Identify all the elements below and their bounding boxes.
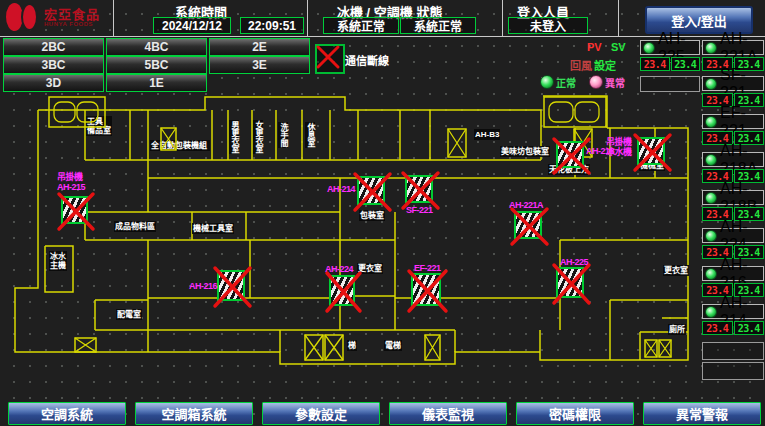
status-led-icon — [643, 42, 655, 54]
equipment-values: 23.423.4 — [702, 321, 764, 335]
bottom-nav-button-2[interactable]: 參數設定 — [262, 402, 380, 425]
marker-label-ah-215: 吊掛機 AH-215 — [57, 172, 85, 192]
pv-legend-label: PV — [587, 41, 602, 53]
setpoint-legend-right: 設定 — [594, 57, 616, 73]
offline-marker-ef-221[interactable] — [411, 273, 441, 306]
room-label: 女更衣室 — [253, 120, 263, 154]
floor-button-3e[interactable]: 3E — [209, 56, 310, 74]
sv-legend-label: SV — [611, 41, 626, 53]
red-x-icon — [553, 264, 591, 305]
equipment-item-ah-216[interactable]: AH-216 — [702, 266, 764, 281]
header-bottom-line — [0, 36, 765, 37]
header-divider — [502, 0, 503, 36]
floor-button-4bc[interactable]: 4BC — [106, 38, 207, 56]
room-label: 冰水 主機 — [49, 251, 67, 271]
equipment-item-ef-221[interactable]: EF-221 — [702, 114, 764, 129]
status-led-icon — [705, 116, 717, 128]
sv-value: 23.4 — [671, 57, 701, 71]
pv-value: 23.4 — [702, 321, 733, 335]
red-x-icon — [408, 270, 448, 313]
room-label: 梯 — [347, 340, 357, 351]
floor-button-1e[interactable]: 1E — [106, 74, 207, 92]
bottom-nav-button-4[interactable]: 密碼權限 — [516, 402, 634, 425]
elevator-icon — [424, 334, 441, 365]
equipment-item-ah-221a[interactable]: AH-221A — [702, 40, 764, 55]
marker-label-sf-221: SF-221 — [406, 205, 433, 215]
equipment-item-ah-214[interactable]: AH-214 — [702, 304, 764, 319]
equipment-values: 23.423.4 — [640, 57, 700, 71]
logo-text-en: HUNYA FOODS — [44, 21, 100, 27]
floor-button-2bc[interactable]: 2BC — [3, 38, 104, 56]
red-x-icon — [634, 134, 672, 172]
login-status: 未登入 — [508, 17, 588, 34]
equipment-item-ah-224[interactable]: AH-224 — [702, 228, 764, 243]
comm-loss-icon — [315, 44, 345, 74]
header-divider — [618, 0, 619, 36]
room-label: AH-B3 — [474, 129, 500, 140]
setpoint-legend-left: 回風 — [570, 57, 592, 73]
room-label: 電梯 — [384, 340, 402, 351]
offline-marker-ah-218[interactable] — [556, 141, 584, 168]
floor-button-3bc[interactable]: 3BC — [3, 56, 104, 74]
abnormal-led-icon — [589, 75, 603, 89]
equipment-slot-empty — [640, 76, 700, 92]
red-x-icon — [326, 272, 362, 313]
red-x-icon — [354, 173, 392, 212]
logo-text-zh: 宏亞食品 — [44, 8, 100, 21]
status-led-icon — [705, 42, 717, 54]
bottom-nav-button-3[interactable]: 儀表監視 — [389, 402, 507, 425]
bottom-nav-button-1[interactable]: 空調箱系統 — [135, 402, 253, 425]
offline-marker-hang-ch[interactable] — [637, 137, 665, 165]
elevator-icon — [447, 128, 467, 162]
offline-marker-ah-224[interactable] — [329, 275, 355, 306]
floor-button-2e[interactable]: 2E — [209, 38, 310, 56]
red-x-icon — [214, 267, 252, 308]
offline-marker-ah-221a[interactable] — [514, 211, 542, 239]
elevator-icon — [644, 339, 658, 362]
time-display: 22:09:51 — [240, 17, 304, 34]
marker-label-ah-224: AH-224 — [325, 264, 353, 274]
room-label: 洗手間 — [278, 122, 288, 148]
room-label: 配電室 — [116, 309, 142, 320]
status-led-icon — [705, 268, 717, 280]
marker-label-ah-216: AH-216 — [189, 281, 217, 291]
chiller-status: 系統正常 — [323, 17, 399, 34]
room-label: 更衣室 — [663, 265, 689, 276]
equipment-item-ah-218a[interactable]: AH-218A — [702, 152, 764, 167]
equipment-slot-empty — [702, 342, 764, 360]
company-logo: 宏亞食品 HUNYA FOODS — [6, 2, 100, 32]
status-led-icon — [705, 78, 717, 90]
status-led-icon — [705, 154, 717, 166]
offline-marker-sf-221[interactable] — [405, 175, 433, 203]
equipment-item-ah-218b[interactable]: AH-218B — [702, 190, 764, 205]
bottom-nav-button-5[interactable]: 異常警報 — [643, 402, 761, 425]
equipment-item-ah-225[interactable]: AH-225 — [640, 40, 700, 55]
sv-value: 23.4 — [734, 321, 765, 335]
offline-marker-ah-215[interactable] — [61, 196, 88, 224]
offline-marker-ah-214[interactable] — [357, 176, 385, 205]
room-label: 美味坊包裝室 — [500, 146, 550, 157]
room-label: 廁所 — [668, 324, 686, 335]
stair-icon — [543, 96, 607, 132]
equipment-item-sf-221[interactable]: SF-221 — [702, 76, 764, 91]
status-led-icon — [705, 192, 717, 204]
elevator-icon — [160, 127, 177, 155]
room-label: 機械工具室 — [192, 223, 234, 234]
stair-icon — [48, 96, 106, 132]
elevator-icon — [658, 339, 672, 362]
marker-label-hang-ch: 吊掛機 冰水機 — [606, 137, 632, 157]
bottom-nav-button-0[interactable]: 空調系統 — [8, 402, 126, 425]
floor-button-5bc[interactable]: 5BC — [106, 56, 207, 74]
room-label: 全自動包裝機組 — [150, 140, 210, 151]
logo-icon — [6, 2, 40, 32]
room-label: 男更衣室 — [229, 120, 239, 154]
hmi-screen: 宏亞食品 HUNYA FOODS 系統時間 2024/12/12 22:09:5… — [0, 0, 765, 426]
equipment-slot-empty — [702, 362, 764, 380]
floor-button-3d[interactable]: 3D — [3, 74, 104, 92]
status-led-icon — [705, 306, 717, 318]
elevator-icon — [304, 334, 324, 365]
offline-marker-ah-216[interactable] — [217, 270, 245, 301]
pv-value: 23.4 — [640, 57, 670, 71]
offline-marker-ah-225[interactable] — [556, 267, 584, 298]
abnormal-legend-label: 異常 — [605, 75, 625, 90]
